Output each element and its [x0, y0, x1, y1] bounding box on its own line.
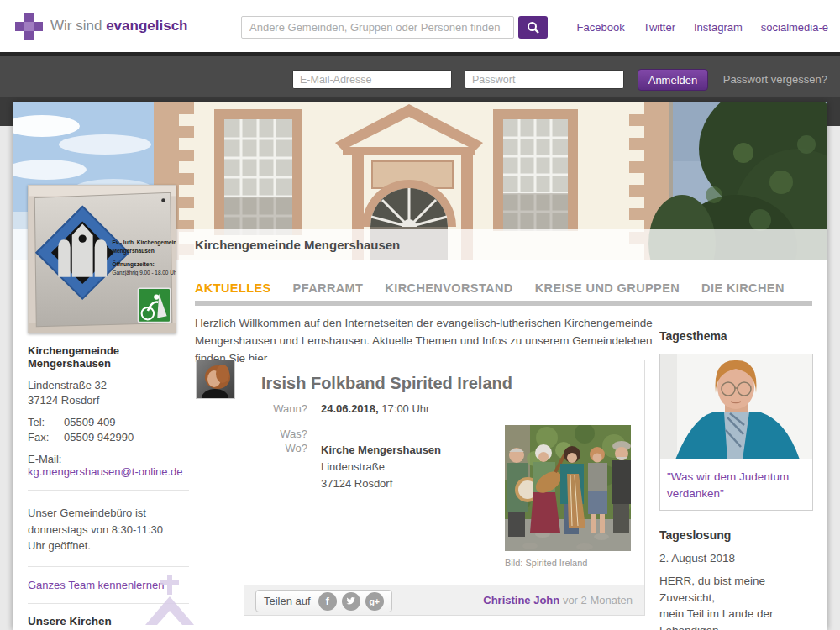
- tagesthema-link[interactable]: "Was wir dem Judentum verdanken": [660, 462, 812, 510]
- page-title: Kirchengemeinde Mengershausen: [195, 229, 400, 260]
- verse-line1: HERR, du bist meine Zuversicht,: [659, 575, 765, 604]
- tageslosung-date: 2. August 2018: [659, 552, 813, 564]
- sign-text-line2: Mengershausen: [112, 248, 154, 255]
- right-sidebar: Tagesthema "W: [659, 329, 813, 630]
- address-street: Lindenstraße 32: [28, 379, 107, 391]
- article-card: Irsish Folkband Spirited Ireland Wann? 2…: [244, 360, 645, 616]
- googleplus-share-icon[interactable]: g+: [365, 592, 384, 611]
- search-input[interactable]: [241, 16, 514, 39]
- tagesthema-photo: [660, 354, 812, 459]
- tab-underline: [195, 301, 812, 306]
- link-instagram[interactable]: Instagram: [694, 21, 743, 34]
- tab-die-kirchen[interactable]: DIE KIRCHEN: [701, 281, 785, 295]
- tagesthema-heading: Tagesthema: [659, 329, 813, 343]
- tageslosung-heading: Tageslosung: [659, 528, 813, 542]
- church-watermark-icon: [145, 575, 194, 630]
- tageslosung-verse: HERR, du bist meine Zuversicht, mein Tei…: [659, 573, 813, 630]
- tab-kirchenvorstand[interactable]: KIRCHENVORSTAND: [385, 281, 512, 295]
- photo-caption: Bild: Spirited Ireland: [505, 558, 587, 568]
- author-link[interactable]: Christine John: [483, 594, 559, 606]
- link-socialmedia-e[interactable]: socialmedia-e: [761, 21, 828, 34]
- email-field[interactable]: [292, 70, 452, 89]
- sign-text-line3: Öffnungszeiten:: [112, 260, 154, 268]
- fax-value: 05509 942990: [64, 430, 189, 445]
- email-link[interactable]: kg.mengershausen@t-online.de: [28, 465, 182, 478]
- byline: Christine John vor 2 Monaten: [483, 594, 633, 606]
- top-header: Wir sind evangelisch Facebook Twitter In…: [0, 0, 840, 52]
- password-field[interactable]: [465, 70, 624, 89]
- divider: [28, 490, 189, 491]
- time-ago: vor 2 Monaten: [563, 594, 633, 606]
- left-sidebar: Ev.- luth. Kirchengemeinde Mengershausen…: [28, 185, 189, 630]
- sidebar-church-name: Kirchengemeinde Mengershausen: [28, 344, 189, 370]
- link-facebook[interactable]: Facebook: [577, 21, 625, 34]
- search-button[interactable]: [518, 16, 548, 39]
- tab-aktuelles[interactable]: AKTUELLES: [195, 281, 271, 295]
- what-row: Was?: [261, 428, 321, 440]
- where-city: 37124 Rosdorf: [321, 475, 441, 492]
- brand-title: Wir sind evangelisch: [50, 18, 187, 34]
- church-sign-illustration: Ev.- luth. Kirchengemeinde Mengershausen…: [29, 186, 176, 333]
- where-street: Lindenstraße: [321, 459, 441, 475]
- tagesthema-card[interactable]: "Was wir dem Judentum verdanken": [659, 354, 813, 511]
- login-bar: Anmelden Passwort vergessen?: [0, 52, 840, 97]
- page: Wir sind evangelisch Facebook Twitter In…: [0, 0, 840, 630]
- when-time: 17:00 Uhr: [381, 402, 429, 415]
- church-sign-photo: Ev.- luth. Kirchengemeinde Mengershausen…: [28, 185, 176, 333]
- social-links: Facebook Twitter Instagram socialmedia-e: [577, 21, 828, 34]
- brand-text-2: evangelisch: [106, 18, 187, 34]
- bicycle-sign-icon: [138, 288, 170, 322]
- when-date: 24.06.2018,: [321, 402, 379, 415]
- verse-line2: mein Teil im Lande der Lebendigen.: [659, 607, 774, 630]
- login-button[interactable]: Anmelden: [638, 69, 708, 91]
- brand-cross-icon[interactable]: [15, 13, 43, 40]
- tab-kreise-und-gruppen[interactable]: KREISE UND GRUPPEN: [535, 281, 680, 295]
- twitter-bird-icon: [345, 596, 356, 606]
- when-label: Wann?: [261, 402, 307, 415]
- tab-pfarramt[interactable]: PFARRAMT: [293, 281, 364, 295]
- author-avatar[interactable]: [196, 360, 235, 399]
- fax-label: Fax:: [28, 430, 64, 445]
- divider: [28, 566, 189, 567]
- sign-text-line4: Ganzjährig 9.00 - 18.00 Uhr: [112, 270, 176, 276]
- sign-text-line1: Ev.- luth. Kirchengemeinde: [112, 239, 176, 246]
- article-title: Irsish Folkband Spirited Ireland: [261, 374, 512, 393]
- twitter-share-icon[interactable]: [342, 592, 360, 611]
- where-label: Wo?: [261, 442, 307, 492]
- share-button[interactable]: Teilen auf f g+: [255, 590, 392, 612]
- avatar-portrait: [197, 360, 234, 398]
- address-city: 37124 Rosdorf: [28, 394, 99, 407]
- share-label: Teilen auf: [264, 595, 311, 607]
- tel-label: Tel:: [28, 415, 64, 430]
- tel-value: 05509 409: [64, 415, 189, 430]
- forgot-password-link[interactable]: Passwort vergessen?: [723, 73, 827, 86]
- when-row: Wann? 24.06.2018, 17:00 Uhr: [261, 402, 429, 415]
- band-photo: [505, 425, 631, 551]
- where-name: Kirche Mengershausen: [321, 442, 441, 459]
- section-tabs: AKTUELLES PFARRAMT KIRCHENVORSTAND KREIS…: [195, 281, 785, 295]
- article-footer: Teilen auf f g+ Christine John vor 2 Mon…: [244, 585, 644, 615]
- link-twitter[interactable]: Twitter: [643, 21, 675, 34]
- what-label: Was?: [261, 428, 307, 440]
- email-label: E-Mail:: [28, 453, 189, 465]
- where-row: Wo? Kirche Mengershausen Lindenstraße 37…: [261, 442, 441, 492]
- sidebar-address: Lindenstraße 32 37124 Rosdorf: [28, 378, 189, 407]
- facebook-share-icon[interactable]: f: [318, 592, 337, 611]
- brand-text-1: Wir sind: [50, 18, 102, 34]
- search-icon: [527, 21, 540, 34]
- office-hours-text: Unser Gemeindebüro ist donnerstags von 8…: [28, 505, 181, 554]
- content-container: Kirchengemeinde Mengershausen: [13, 102, 827, 630]
- sidebar-phone-block: Tel: 05509 409 Fax: 05509 942990: [28, 415, 189, 444]
